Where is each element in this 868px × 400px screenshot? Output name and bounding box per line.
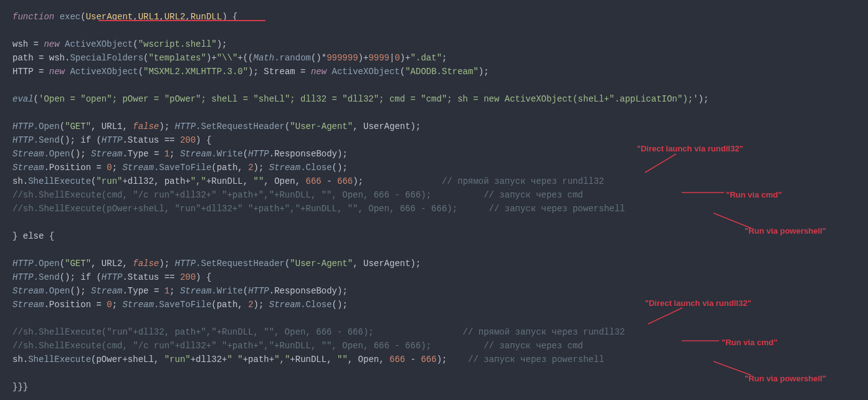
anno-direct-1: "Direct launch via rundll32" (637, 142, 743, 156)
comment-cmd-2: // запуск через cmd (484, 341, 583, 351)
param-underline (98, 20, 265, 21)
comment-direct-launch-1: // прямой запуск через rundll32 (442, 176, 604, 186)
comment-direct-launch-2: // прямой запуск через rundll32 (463, 327, 625, 337)
comment-powershell-2: // запуск через powershell (468, 355, 604, 364)
anno-cmd-2: "Run via cmd" (722, 336, 778, 350)
anno-cmd-1: "Run via cmd" (726, 188, 782, 202)
comment-powershell-1: // запуск через powershell (489, 204, 625, 214)
keyword-function: function (12, 12, 54, 22)
function-name: exec (60, 12, 81, 22)
anno-ps-1: "Run via powershell" (745, 224, 826, 238)
comment-cmd-1: // запуск через cmd (484, 190, 583, 200)
anno-ps-2: "Run via powershell" (745, 372, 826, 386)
anno-direct-2: "Direct launch via rundll32" (645, 297, 751, 310)
